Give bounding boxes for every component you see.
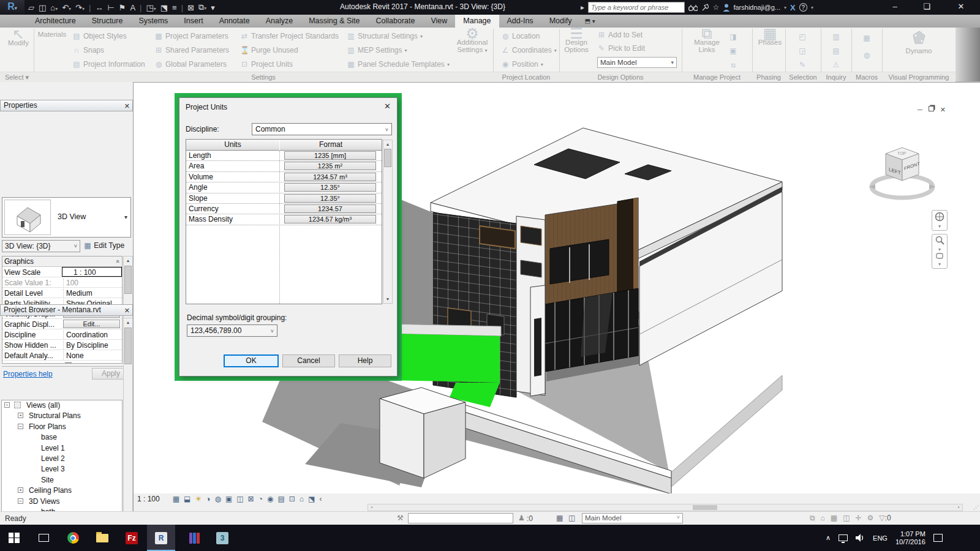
minimize-button[interactable]: – [882,0,908,15]
scroll-left-icon[interactable]: ‹ [368,504,375,511]
property-row[interactable]: View Scale1 : 100 [2,267,122,277]
graphics-group-header[interactable]: Graphics« [2,257,122,267]
macro-manager-icon[interactable]: ▦ [862,34,871,42]
edit-type-button[interactable]: ▦ Edit Type [83,240,131,252]
crop-view-icon[interactable]: ▣ [225,495,232,503]
warnings-icon[interactable]: ⚠ [832,61,840,69]
dialog-close-icon[interactable]: ✕ [384,102,391,111]
exchange-apps-icon[interactable]: X [790,3,796,12]
position-button[interactable]: ◉Position ▾ [501,59,543,69]
network-icon[interactable] [839,534,848,541]
open-icon[interactable]: ▱ [28,3,34,12]
project-parameters-button[interactable]: ▦Project Parameters [154,31,228,41]
unit-row[interactable]: Area1235 m² [186,161,382,171]
filezilla-taskbar-button[interactable]: Fz [118,525,146,551]
hidden-icons-chevron-icon[interactable]: ∧ [826,534,831,542]
property-row[interactable]: Default Analy...None [2,350,122,361]
view-close-icon[interactable]: ✕ [940,106,946,114]
tab-architecture[interactable]: Architecture [27,15,84,28]
switch-windows-icon[interactable]: ⧉▾ [198,2,206,12]
tab-add-ins[interactable]: Add-Ins [499,15,541,28]
project-browser-close-icon[interactable]: ✕ [124,305,130,316]
unit-row[interactable]: Volume1234.57 m³ [186,172,382,182]
select-underlay-toggle-icon[interactable]: ⌂ [821,514,825,522]
help-icon[interactable]: ? [799,3,807,12]
unit-row[interactable]: Angle12.35° [186,182,382,193]
selection-panel-label[interactable]: Selection [785,72,821,82]
redo-icon[interactable]: ↷▾ [75,3,85,12]
workset-input[interactable] [408,513,513,523]
decal-types-icon[interactable]: ⧅ [729,61,737,69]
help-button[interactable]: Help [339,354,391,367]
property-row[interactable]: Sun Path [2,361,122,364]
collapse-expander-icon[interactable]: − [18,498,23,504]
shared-parame­ters-button[interactable]: ⊞Shared Parameters [154,45,229,55]
background-processes-icon[interactable]: ⚙ [867,514,874,522]
type-selector-caret-icon[interactable]: ▾ [124,214,127,220]
select-panel-label[interactable]: Select ▾ [0,72,34,82]
manage-links-button[interactable]: ⧉ Manage Links [691,30,723,53]
save-icon[interactable]: ◫ [39,3,46,12]
properties-close-icon[interactable]: ✕ [124,101,130,111]
design-options-status-icon[interactable]: ▦ [556,514,563,522]
tree-item[interactable]: +Ceiling Plans [2,485,122,496]
format-button[interactable]: 1234.57 [284,204,376,213]
materials-button[interactable]: Materials [37,31,67,38]
coordinates-button[interactable]: ∠Coordinates ▾ [501,45,557,55]
restore-button[interactable]: ❏ [914,0,940,15]
zoom-caret-icon[interactable]: ▾ [932,247,947,252]
temporary-hide-isolate-icon[interactable]: ◔ [258,495,263,503]
detail-level-icon[interactable]: ▦ [173,495,179,503]
project-units-button[interactable]: ⊡Project Units [240,59,293,69]
snaps-button[interactable]: ∩Snaps [72,45,104,55]
active-option-icon[interactable]: ◫ [568,514,575,522]
expand-expander-icon[interactable]: + [18,413,23,418]
tree-item[interactable]: −3D Views [2,497,122,507]
help-caret-icon[interactable]: ▾ [811,5,813,10]
start-button[interactable] [0,525,28,551]
drag-on-selection-toggle-icon[interactable]: ✛ [856,514,862,522]
visual-programming-panel-label[interactable]: Visual Programming [882,72,956,82]
tree-item[interactable]: Level 2 [2,454,122,464]
project-information-button[interactable]: ▤Project Information [72,59,145,69]
property-row[interactable]: Graphic Displ...Edit... [2,319,122,329]
tree-item[interactable]: Level 1 [2,443,122,454]
decimal-grouping-dropdown[interactable]: 123,456,789.00˅ [187,324,277,337]
format-button[interactable]: 1235 m² [284,162,376,170]
manage-project-panel-label[interactable]: Manage Project [682,72,752,82]
scroll-thumb[interactable] [124,328,132,364]
scroll-thumb[interactable] [693,505,717,510]
unlocked-view-icon[interactable]: ⊠ [248,495,254,503]
phases-button[interactable]: ▦ Phases [756,30,784,46]
phasing-panel-label[interactable]: Phasing [752,72,785,82]
file-explorer-taskbar-button[interactable] [88,525,116,551]
tab-structure[interactable]: Structure [84,15,131,28]
tab-annotate[interactable]: Annotate [211,15,258,28]
macros-panel-label[interactable]: Macros [851,72,882,82]
select-links-toggle-icon[interactable]: ⧉ [810,514,815,522]
tab-view[interactable]: View [423,15,455,28]
units-table-scrollbar[interactable]: ▲ ▼ [383,140,393,304]
select-pinned-toggle-icon[interactable]: ▦ [831,514,837,522]
task-view-button[interactable] [29,525,58,551]
favorites-star-icon[interactable]: ☆ [712,3,719,12]
scroll-thumb[interactable] [124,266,132,294]
format-column-header[interactable]: Format [280,140,382,151]
search-expand-icon[interactable]: ▸ [581,3,584,12]
measure-icon[interactable]: ↔ [95,3,103,12]
sync-icon[interactable]: ⌂▾ [50,3,58,12]
active-design-option-dropdown[interactable]: Main Model˅ [582,513,683,523]
property-row[interactable]: DisciplineCoordination [2,329,122,340]
purge-unused-button[interactable]: ⌛Purge Unused [240,45,298,55]
editable-only-person-icon[interactable]: ♟ [518,514,525,522]
sun-path-checkbox[interactable] [65,362,72,364]
chrome-taskbar-button[interactable] [59,525,87,551]
type-selector[interactable]: 3D View ▾ [2,197,131,238]
section-icon[interactable]: ⬔ [160,3,168,12]
language-indicator[interactable]: ENG [873,534,888,542]
canvas-hscrollbar[interactable]: ‹ › [368,504,963,511]
render-icon[interactable]: ◍ [214,495,221,503]
design-option-dropdown[interactable]: Main Model▾ [597,57,677,68]
account-caret-icon[interactable]: ▾ [784,5,786,10]
scroll-right-icon[interactable]: › [955,504,962,511]
